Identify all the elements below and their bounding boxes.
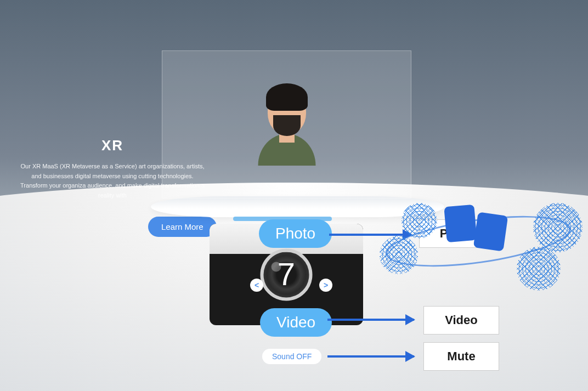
avatar-screen	[162, 50, 411, 199]
camera-prev-button[interactable]: <	[250, 279, 263, 292]
photo-button[interactable]: Photo	[259, 219, 332, 248]
photo-label: Photo	[419, 219, 495, 248]
sound-toggle-button[interactable]: Sound OFF	[262, 349, 321, 364]
camera-next-button[interactable]: >	[319, 279, 332, 292]
mute-label: Mute	[423, 342, 499, 371]
avatar-beard	[273, 115, 301, 136]
countdown-number: 7	[278, 256, 295, 292]
video-label: Video	[423, 306, 499, 335]
video-button[interactable]: Video	[260, 308, 332, 337]
avatar	[257, 83, 317, 166]
arrow-photo-icon	[329, 234, 411, 236]
learn-more-button[interactable]: Learn More	[148, 217, 217, 237]
avatar-hair	[266, 83, 308, 111]
arrow-mute-icon	[327, 355, 414, 358]
platform-base	[151, 196, 444, 217]
arrow-video-icon	[327, 319, 414, 321]
